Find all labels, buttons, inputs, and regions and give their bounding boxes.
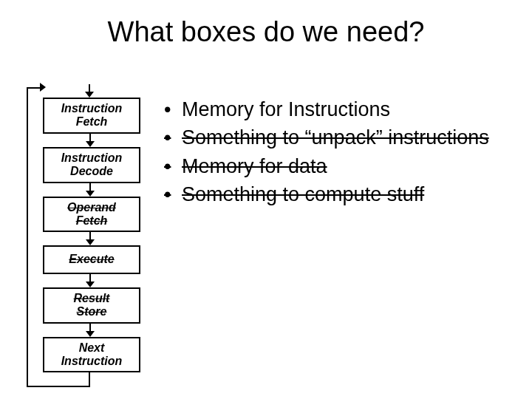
stage-label: Operand — [67, 201, 116, 214]
slide-title: What boxes do we need? — [0, 16, 532, 48]
feedback-line — [27, 386, 90, 387]
stage-label: Instruction — [61, 355, 123, 367]
slide: What boxes do we need? Instruction Fetch… — [0, 0, 532, 399]
stage-label: Result — [74, 292, 110, 304]
stage-box: Instruction Fetch — [43, 98, 140, 134]
stage-label: Instruction — [61, 102, 123, 115]
stage-label: Next — [79, 341, 105, 354]
bullet-text: Memory for data — [182, 155, 327, 177]
bullet-icon: • — [164, 124, 171, 151]
flow-diagram: Instruction Fetch Instruction Decode Ope… — [24, 87, 142, 372]
stage-box: Operand Fetch — [43, 197, 140, 233]
bullet-text: Something to “unpack” instructions — [182, 126, 489, 149]
stage-box: Result Store — [43, 287, 140, 324]
stage-box: Instruction Decode — [43, 147, 140, 183]
bullet-text: Something to compute stuff — [182, 183, 424, 205]
bullet-icon: • — [164, 153, 171, 180]
bullet-item: • Something to compute stuff — [163, 181, 502, 208]
bullet-item: • Something to “unpack” instructions — [163, 124, 502, 151]
stage-label: Store — [77, 305, 107, 318]
bullet-list: • Memory for Instructions • Something to… — [163, 96, 502, 210]
stage-label: Instruction — [61, 151, 123, 164]
stage-label: Decode — [70, 165, 113, 177]
bullet-icon: • — [164, 181, 171, 208]
bullet-item: • Memory for data — [163, 153, 502, 180]
stage-box: Next Instruction — [43, 337, 140, 373]
stage-label: Fetch — [76, 115, 108, 128]
feedback-line — [89, 372, 90, 387]
stage-box: Execute — [43, 245, 140, 273]
bullet-item: • Memory for Instructions — [163, 96, 502, 123]
stage-label: Execute — [69, 253, 114, 265]
stage-label: Fetch — [76, 214, 108, 227]
bullet-icon: • — [164, 96, 171, 123]
bullet-text: Memory for Instructions — [182, 98, 390, 120]
